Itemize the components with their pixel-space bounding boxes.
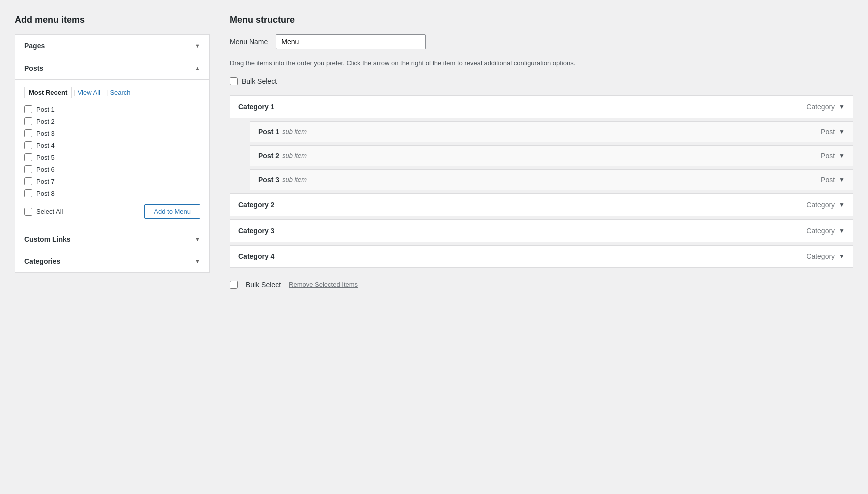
- top-bulk-select-row: Bulk Select: [230, 77, 853, 85]
- sub-post1-expand-icon[interactable]: ▼: [839, 128, 845, 135]
- post1-checkbox[interactable]: [24, 105, 32, 113]
- remove-selected-button[interactable]: Remove Selected Items: [289, 281, 358, 288]
- sub-post2-type-text: Post: [821, 152, 835, 160]
- list-item: Post 6: [24, 165, 200, 173]
- category-1-expand-icon[interactable]: ▼: [839, 103, 845, 110]
- sub-post2-type: Post ▼: [821, 152, 845, 160]
- post3-label[interactable]: Post 3: [36, 130, 55, 137]
- posts-header[interactable]: Posts ▲: [15, 57, 209, 79]
- category-3-expand-icon[interactable]: ▼: [839, 227, 845, 234]
- post5-checkbox[interactable]: [24, 153, 32, 161]
- category-1-row[interactable]: Category 1 Category ▼: [230, 95, 853, 118]
- category-1-sub-items: Post 1 sub item Post ▼ Post 2 sub item: [250, 121, 853, 190]
- category-4-expand-icon[interactable]: ▼: [839, 253, 845, 260]
- sub-post3-expand-icon[interactable]: ▼: [839, 176, 845, 183]
- accordion-categories: Categories ▼: [15, 250, 209, 272]
- posts-label: Posts: [24, 64, 43, 72]
- accordion-pages: Pages ▼: [15, 35, 209, 57]
- list-item: Post 1: [24, 105, 200, 113]
- category-2-expand-icon[interactable]: ▼: [839, 201, 845, 208]
- accordion: Pages ▼ Posts ▲ Most Recent | View All |: [15, 34, 210, 273]
- post2-checkbox[interactable]: [24, 117, 32, 125]
- bottom-bulk-select-checkbox[interactable]: [230, 281, 238, 289]
- posts-tabs: Most Recent | View All | Search: [24, 87, 200, 98]
- post8-checkbox[interactable]: [24, 189, 32, 197]
- posts-footer: Select All Add to Menu: [24, 204, 200, 219]
- tab-divider-1: |: [72, 87, 77, 98]
- right-panel: Menu structure Menu Name Drag the items …: [230, 15, 853, 289]
- list-item: Post 2: [24, 117, 200, 125]
- sub-item-post3[interactable]: Post 3 sub item Post ▼: [250, 169, 853, 190]
- post8-label[interactable]: Post 8: [36, 190, 55, 197]
- category-2-row[interactable]: Category 2 Category ▼: [230, 193, 853, 216]
- top-bulk-select-label[interactable]: Bulk Select: [242, 77, 277, 85]
- sub-item-post2[interactable]: Post 2 sub item Post ▼: [250, 145, 853, 166]
- categories-header[interactable]: Categories ▼: [15, 250, 209, 272]
- posts-content: Most Recent | View All | Search Post 1: [15, 79, 209, 228]
- menu-name-input[interactable]: [276, 34, 426, 49]
- post1-label[interactable]: Post 1: [36, 106, 55, 113]
- pages-header[interactable]: Pages ▼: [15, 35, 209, 57]
- menu-items-list: Category 1 Category ▼ Post 1 sub item Po…: [230, 95, 853, 268]
- category-1-group: Category 1 Category ▼ Post 1 sub item Po…: [230, 95, 853, 190]
- select-all-row: Select All: [24, 208, 63, 216]
- post6-label[interactable]: Post 6: [36, 166, 55, 173]
- category-1-type: Category ▼: [806, 103, 845, 111]
- list-item: Post 7: [24, 177, 200, 185]
- post4-checkbox[interactable]: [24, 141, 32, 149]
- menu-name-row: Menu Name: [230, 34, 853, 49]
- custom-links-arrow: ▼: [195, 236, 200, 242]
- post7-checkbox[interactable]: [24, 177, 32, 185]
- add-menu-items-title: Add menu items: [15, 15, 210, 25]
- category-4-label: Category 4: [238, 252, 274, 260]
- pages-arrow: ▼: [195, 43, 200, 49]
- category-1-label: Category 1: [238, 103, 274, 111]
- custom-links-label: Custom Links: [24, 235, 71, 243]
- category-3-type-text: Category: [806, 227, 835, 235]
- posts-arrow: ▲: [195, 65, 200, 71]
- list-item: Post 3: [24, 129, 200, 137]
- top-bulk-select-checkbox[interactable]: [230, 77, 238, 85]
- add-to-menu-button[interactable]: Add to Menu: [144, 204, 200, 219]
- select-all-label[interactable]: Select All: [36, 208, 63, 215]
- drag-hint: Drag the items into the order you prefer…: [230, 58, 853, 68]
- categories-label: Categories: [24, 257, 60, 265]
- tab-divider-2: |: [104, 87, 110, 98]
- sub-post2-expand-icon[interactable]: ▼: [839, 152, 845, 159]
- sub-post3-label: Post 3 sub item: [258, 176, 307, 184]
- post6-checkbox[interactable]: [24, 165, 32, 173]
- categories-arrow: ▼: [195, 258, 200, 264]
- left-panel: Add menu items Pages ▼ Posts ▲ Most Rece…: [15, 15, 210, 273]
- post2-label[interactable]: Post 2: [36, 118, 55, 125]
- sub-item-post1[interactable]: Post 1 sub item Post ▼: [250, 121, 853, 142]
- category-3-row[interactable]: Category 3 Category ▼: [230, 219, 853, 242]
- category-2-type: Category ▼: [806, 201, 845, 209]
- category-3-label: Category 3: [238, 227, 274, 235]
- category-3-type: Category ▼: [806, 227, 845, 235]
- sub-post1-type: Post ▼: [821, 128, 845, 136]
- category-4-row[interactable]: Category 4 Category ▼: [230, 245, 853, 268]
- list-item: Post 5: [24, 153, 200, 161]
- custom-links-header[interactable]: Custom Links ▼: [15, 228, 209, 250]
- tab-search[interactable]: Search: [110, 87, 134, 98]
- tab-most-recent[interactable]: Most Recent: [24, 87, 72, 98]
- tab-view-all[interactable]: View All: [78, 87, 104, 98]
- list-item: Post 8: [24, 189, 200, 197]
- category-4-type: Category ▼: [806, 252, 845, 260]
- sub-post2-tag: sub item: [282, 152, 307, 159]
- sub-post2-label: Post 2 sub item: [258, 152, 307, 160]
- select-all-checkbox[interactable]: [24, 208, 32, 216]
- sub-post3-type-text: Post: [821, 176, 835, 184]
- category-2-label: Category 2: [238, 201, 274, 209]
- sub-post1-tag: sub item: [282, 128, 307, 135]
- post5-label[interactable]: Post 5: [36, 154, 55, 161]
- sub-post1-label: Post 1 sub item: [258, 128, 307, 136]
- post3-checkbox[interactable]: [24, 129, 32, 137]
- post7-label[interactable]: Post 7: [36, 178, 55, 185]
- bottom-bulk-row: Bulk Select Remove Selected Items: [230, 278, 853, 289]
- bottom-bulk-select-label[interactable]: Bulk Select: [246, 281, 281, 289]
- pages-label: Pages: [24, 42, 45, 50]
- category-2-type-text: Category: [806, 201, 835, 209]
- sub-post3-type: Post ▼: [821, 176, 845, 184]
- post4-label[interactable]: Post 4: [36, 142, 55, 149]
